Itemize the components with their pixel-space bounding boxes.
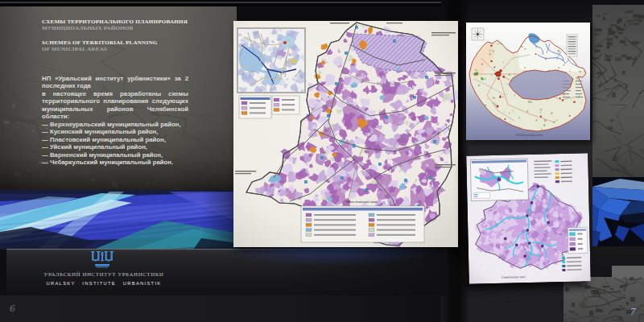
svg-text:Chebarkulsky raion: Chebarkulsky raion [502,275,526,279]
svg-text:Verkhneuralsky raion: Verkhneuralsky raion [516,134,543,137]
svg-text:Miass municipal raion: Miass municipal raion [346,200,377,204]
